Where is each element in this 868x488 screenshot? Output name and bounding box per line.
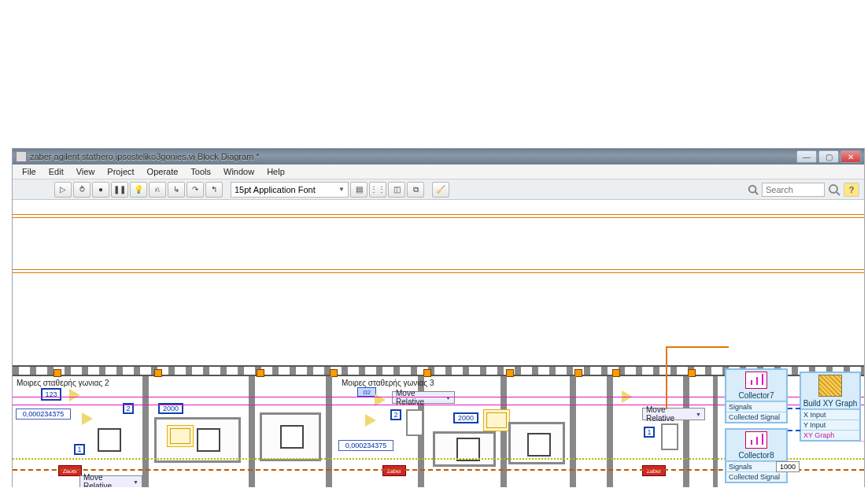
- numeric-constant[interactable]: 2: [390, 409, 401, 420]
- search-input[interactable]: [762, 183, 825, 197]
- subvi-node[interactable]: [197, 428, 220, 452]
- maximize-button[interactable]: ▢: [818, 150, 839, 163]
- svg-point-2: [829, 185, 837, 193]
- wire: [666, 346, 667, 409]
- numeric-constant[interactable]: 0,000234375: [16, 409, 71, 420]
- bundle-node[interactable]: [406, 409, 423, 436]
- collector-icon: [745, 372, 767, 389]
- build-xy-graph-panel[interactable]: Build XY Graph X Input Y Input XY Graph: [800, 372, 861, 442]
- panel-title: Collector8: [726, 450, 786, 461]
- tunnel[interactable]: [506, 369, 514, 377]
- wire: [13, 214, 864, 215]
- zaber-subvi[interactable]: Zaber: [382, 465, 406, 476]
- close-button[interactable]: ✕: [840, 150, 861, 163]
- wait-ms-node[interactable]: [483, 409, 510, 431]
- compound-arithmetic-node[interactable]: [82, 412, 93, 425]
- menu-view[interactable]: View: [70, 165, 102, 178]
- panel-row[interactable]: Y Input: [801, 420, 859, 430]
- window-title: zaber agilent stathero ipsosteliko3gonie…: [30, 152, 796, 161]
- resize-button[interactable]: ◫: [388, 182, 405, 198]
- font-picker[interactable]: 15pt Application Font: [231, 182, 349, 198]
- numeric-constant[interactable]: 0,000234375: [338, 440, 393, 451]
- move-relative-selector[interactable]: Move Relative: [642, 408, 705, 420]
- wire: [13, 272, 864, 273]
- menu-help[interactable]: Help: [260, 165, 291, 178]
- wire: [666, 346, 729, 348]
- wire: [861, 441, 864, 442]
- collector-icon: [745, 431, 767, 449]
- numeric-constant[interactable]: 2000: [453, 412, 478, 423]
- panel-title: Build XY Graph: [801, 398, 859, 409]
- run-button[interactable]: ▷: [54, 182, 72, 198]
- zaber-subvi[interactable]: Zaber: [58, 465, 82, 476]
- compound-arithmetic-node[interactable]: [365, 414, 376, 427]
- tunnel[interactable]: [154, 369, 162, 377]
- align-button[interactable]: ▤: [350, 182, 368, 198]
- i32-typecast[interactable]: I32: [357, 387, 376, 397]
- run-continuous-button[interactable]: ⥁: [73, 182, 90, 198]
- highlight-button[interactable]: 💡: [130, 182, 147, 198]
- search-go-icon[interactable]: [828, 183, 840, 196]
- toolbar: ▷ ⥁ ● ❚❚ 💡 ⎌ ↳ ↷ ↰ 15pt Application Font…: [13, 179, 864, 200]
- panel-row[interactable]: Collected Signal: [726, 471, 786, 482]
- panel-title: Collector7: [726, 390, 786, 401]
- panel-row[interactable]: Signals: [726, 401, 786, 412]
- step-over-button[interactable]: ↷: [187, 182, 204, 198]
- numeric-constant[interactable]: 1: [644, 427, 655, 438]
- abort-button[interactable]: ●: [92, 182, 109, 198]
- titlebar[interactable]: zaber agilent stathero ipsosteliko3gonie…: [13, 149, 864, 165]
- menu-tools[interactable]: Tools: [184, 165, 217, 178]
- search-icon: [748, 184, 759, 195]
- subvi-node[interactable]: [280, 425, 304, 449]
- step-into-button[interactable]: ↳: [168, 182, 185, 198]
- minimize-button[interactable]: —: [796, 150, 817, 163]
- menu-window[interactable]: Window: [217, 165, 260, 178]
- step-out-button[interactable]: ↰: [205, 182, 223, 198]
- label-angle-3: Μοιρες σταθερής γωνιας 3: [342, 379, 434, 387]
- menu-project[interactable]: Project: [101, 165, 140, 178]
- numeric-constant[interactable]: 1000: [776, 461, 800, 472]
- zaber-subvi[interactable]: Zaber: [642, 465, 666, 476]
- menu-operate[interactable]: Operate: [141, 165, 185, 178]
- svg-line-3: [837, 192, 840, 195]
- tunnel[interactable]: [423, 369, 431, 377]
- panel-row[interactable]: Collected Signal: [726, 412, 786, 422]
- distribute-button[interactable]: ⋮⋮: [369, 182, 386, 198]
- tunnel[interactable]: [257, 369, 264, 377]
- reorder-button[interactable]: ⧉: [407, 182, 424, 198]
- move-relative-selector[interactable]: Move Relative: [79, 475, 142, 487]
- compound-arithmetic-node[interactable]: [69, 389, 80, 401]
- panel-row[interactable]: X Input: [801, 409, 859, 420]
- svg-point-0: [749, 185, 756, 192]
- context-help-button[interactable]: ?: [844, 183, 859, 197]
- wire: [788, 430, 800, 431]
- wire: [13, 217, 864, 218]
- menubar: File Edit View Project Operate Tools Win…: [13, 165, 864, 179]
- numeric-constant[interactable]: 1: [74, 444, 85, 455]
- move-relative-selector[interactable]: Move Relative: [392, 391, 455, 404]
- block-diagram-canvas[interactable]: Μοιρες σταθερής γωνιας 2 123 0,000234375…: [13, 200, 864, 487]
- app-window: zaber agilent stathero ipsosteliko3gonie…: [12, 148, 865, 487]
- wait-ms-node[interactable]: [167, 425, 194, 447]
- wire: [13, 269, 864, 270]
- subvi-node[interactable]: [98, 428, 121, 452]
- collector7-panel[interactable]: Collector7 Signals Collected Signal: [725, 368, 788, 423]
- retain-wire-button[interactable]: ⎌: [149, 182, 166, 198]
- numeric-control[interactable]: 123: [41, 388, 61, 401]
- subvi-node[interactable]: [527, 433, 551, 457]
- svg-line-1: [755, 191, 759, 194]
- collector8-panel[interactable]: Collector8 Signals Collected Signal: [725, 428, 788, 483]
- tunnel[interactable]: [54, 369, 61, 377]
- label-angle-2: Μοιρες σταθερής γωνιας 2: [17, 379, 109, 387]
- wire: [788, 408, 800, 409]
- pause-button[interactable]: ❚❚: [111, 182, 128, 198]
- bundle-node[interactable]: [661, 423, 678, 450]
- xy-graph-icon: [818, 375, 842, 397]
- cleanup-button[interactable]: 🧹: [432, 182, 449, 198]
- menu-file[interactable]: File: [16, 165, 42, 178]
- app-icon: [16, 151, 27, 162]
- tunnel[interactable]: [612, 369, 620, 377]
- menu-edit[interactable]: Edit: [42, 165, 70, 178]
- panel-row[interactable]: XY Graph: [801, 430, 859, 440]
